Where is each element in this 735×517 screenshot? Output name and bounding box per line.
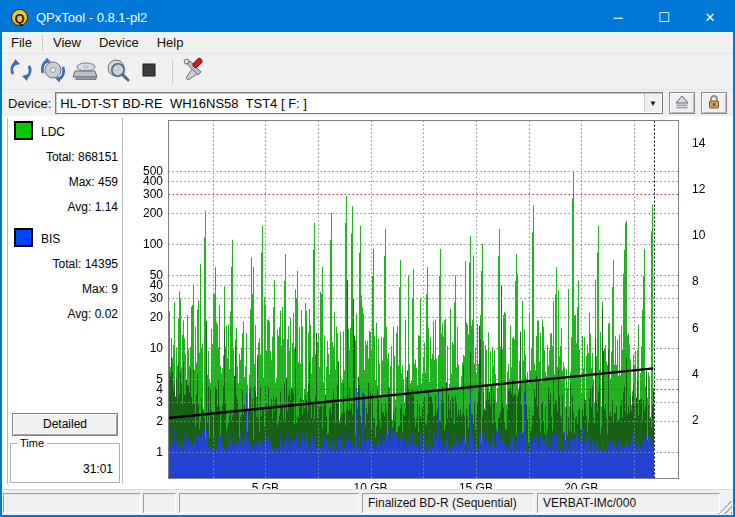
resize-grip[interactable]	[718, 500, 732, 514]
eject-icon	[674, 94, 690, 113]
menu-view[interactable]: View	[44, 33, 90, 52]
minimize-button[interactable]: ─	[595, 2, 641, 32]
status-media-id: VERBAT-IMc/000	[537, 493, 720, 513]
magnifier-disc-icon	[104, 57, 130, 87]
ldc-label: LDC	[41, 125, 65, 139]
main-area: LDC Total: 868151 Max: 459 Avg: 1.14 BIS…	[2, 116, 733, 489]
device-combobox[interactable]: HL-DT-ST BD-RE WH16NS58 TST4 [ F: ] ▼	[55, 92, 663, 114]
bis-avg: Avg: 0.02	[68, 307, 118, 321]
ldc-total: Total: 868151	[46, 150, 118, 164]
device-combobox-value: HL-DT-ST BD-RE WH16NS58 TST4 [ F: ]	[56, 96, 307, 111]
device-label: Device:	[8, 96, 51, 111]
lock-button[interactable]	[701, 92, 727, 114]
close-button[interactable]: ✕	[687, 2, 733, 32]
time-label: Time	[17, 437, 47, 449]
tools-icon	[181, 57, 207, 87]
ldc-avg: Avg: 1.14	[68, 200, 118, 214]
preferences-button[interactable]	[179, 57, 209, 87]
status-panel-1	[3, 493, 141, 513]
bis-max: Max: 9	[82, 282, 118, 296]
eject-button[interactable]	[669, 92, 695, 114]
toolbar-separator	[172, 60, 173, 84]
app-icon: Q	[11, 9, 28, 26]
refresh-devices-button[interactable]	[6, 57, 36, 87]
maximize-button[interactable]: ☐	[641, 2, 687, 32]
time-groupbox: Time 31:01	[10, 443, 120, 483]
app-window: Q QPxTool - 0.8.1-pl2 ─ ☐ ✕ File View De…	[0, 0, 735, 517]
chevron-down-icon[interactable]: ▼	[644, 94, 661, 112]
menu-file[interactable]: File	[2, 33, 41, 52]
refresh-icon	[8, 57, 34, 87]
device-bar: Device: HL-DT-ST BD-RE WH16NS58 TST4 [ F…	[2, 90, 733, 116]
disc-refresh-icon	[40, 57, 66, 87]
toolbar	[2, 54, 733, 90]
bis-label: BIS	[41, 232, 60, 246]
ldc-color-swatch	[14, 121, 33, 140]
bis-total: Total: 14395	[53, 257, 118, 271]
title-bar: Q QPxTool - 0.8.1-pl2 ─ ☐ ✕	[2, 2, 733, 32]
menu-help[interactable]: Help	[148, 33, 193, 52]
window-title: QPxTool - 0.8.1-pl2	[36, 10, 595, 25]
bis-color-swatch	[14, 228, 33, 247]
quality-chart-canvas	[130, 116, 733, 489]
status-bar: Finalized BD-R (Sequential) VERBAT-IMc/0…	[2, 489, 733, 515]
drive-control-button[interactable]	[70, 57, 100, 87]
menu-device[interactable]: Device	[90, 33, 148, 52]
status-panel-2	[143, 493, 176, 513]
stats-panel: LDC Total: 868151 Max: 459 Avg: 1.14 BIS…	[2, 116, 130, 489]
stop-icon	[136, 57, 162, 87]
time-value: 31:01	[83, 462, 113, 476]
lock-icon	[706, 94, 722, 113]
menu-bar: File View Device Help	[2, 32, 733, 54]
rescan-media-button[interactable]	[38, 57, 68, 87]
ldc-max: Max: 459	[69, 175, 118, 189]
detailed-button[interactable]: Detailed	[12, 413, 118, 436]
stop-button[interactable]	[134, 57, 164, 87]
menu-separator	[42, 35, 43, 51]
status-panel-3	[179, 493, 359, 513]
drive-icon	[72, 57, 98, 87]
status-disc-type: Finalized BD-R (Sequential)	[362, 493, 534, 513]
scan-disc-button[interactable]	[102, 57, 132, 87]
